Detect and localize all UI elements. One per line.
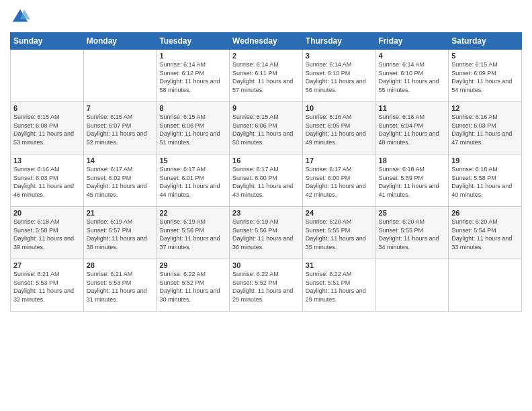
calendar-week-row: 13Sunrise: 6:16 AM Sunset: 6:03 PM Dayli… [11,154,522,207]
day-number: 12 [451,104,519,112]
day-number: 4 [379,52,446,60]
calendar-cell: 25Sunrise: 6:20 AM Sunset: 5:55 PM Dayli… [375,207,449,259]
day-number: 9 [232,104,300,112]
calendar-cell: 6Sunrise: 6:15 AM Sunset: 6:08 PM Daylig… [11,102,84,154]
day-number: 17 [306,156,373,165]
day-number: 8 [159,104,226,112]
calendar-cell: 31Sunrise: 6:22 AM Sunset: 5:51 PM Dayli… [302,259,375,312]
header [10,7,522,27]
day-number: 26 [451,209,519,217]
calendar-cell: 16Sunrise: 6:17 AM Sunset: 6:00 PM Dayli… [230,154,303,207]
day-info: Sunrise: 6:14 AM Sunset: 6:11 PM Dayligh… [232,60,300,94]
day-info: Sunrise: 6:16 AM Sunset: 6:04 PM Dayligh… [379,113,446,146]
day-info: Sunrise: 6:14 AM Sunset: 6:10 PM Dayligh… [306,60,373,94]
day-info: Sunrise: 6:18 AM Sunset: 5:58 PM Dayligh… [451,165,519,199]
calendar-cell: 15Sunrise: 6:17 AM Sunset: 6:01 PM Dayli… [157,154,230,207]
day-number: 27 [13,261,81,269]
calendar-week-row: 27Sunrise: 6:21 AM Sunset: 5:53 PM Dayli… [11,259,522,312]
calendar-cell [83,50,157,102]
day-number: 16 [232,156,300,165]
day-info: Sunrise: 6:15 AM Sunset: 6:09 PM Dayligh… [451,60,519,94]
day-number: 21 [87,209,154,217]
day-number: 24 [306,209,373,217]
day-info: Sunrise: 6:19 AM Sunset: 5:56 PM Dayligh… [232,218,300,251]
day-info: Sunrise: 6:22 AM Sunset: 5:51 PM Dayligh… [306,270,373,304]
calendar-cell: 21Sunrise: 6:19 AM Sunset: 5:57 PM Dayli… [83,207,157,259]
calendar-cell: 1Sunrise: 6:14 AM Sunset: 6:12 PM Daylig… [157,50,230,102]
day-number: 11 [379,104,446,112]
day-info: Sunrise: 6:20 AM Sunset: 5:55 PM Dayligh… [379,218,446,251]
calendar-cell: 22Sunrise: 6:19 AM Sunset: 5:56 PM Dayli… [157,207,230,259]
day-info: Sunrise: 6:17 AM Sunset: 6:00 PM Dayligh… [232,165,300,199]
calendar-cell [11,50,84,102]
day-info: Sunrise: 6:16 AM Sunset: 6:03 PM Dayligh… [13,165,81,199]
calendar-cell: 3Sunrise: 6:14 AM Sunset: 6:10 PM Daylig… [302,50,375,102]
day-info: Sunrise: 6:16 AM Sunset: 6:05 PM Dayligh… [306,113,373,146]
day-number: 20 [13,209,81,217]
calendar-cell: 30Sunrise: 6:22 AM Sunset: 5:52 PM Dayli… [230,259,303,312]
day-number: 22 [159,209,226,217]
calendar-cell: 7Sunrise: 6:15 AM Sunset: 6:07 PM Daylig… [83,102,157,154]
calendar-cell: 4Sunrise: 6:14 AM Sunset: 6:10 PM Daylig… [375,50,449,102]
day-info: Sunrise: 6:20 AM Sunset: 5:55 PM Dayligh… [306,218,373,251]
day-number: 19 [451,156,519,165]
day-info: Sunrise: 6:22 AM Sunset: 5:52 PM Dayligh… [232,270,300,304]
calendar-cell: 28Sunrise: 6:21 AM Sunset: 5:53 PM Dayli… [83,259,157,312]
day-info: Sunrise: 6:17 AM Sunset: 6:02 PM Dayligh… [87,165,154,199]
weekday-header: Wednesday [230,33,303,50]
day-info: Sunrise: 6:18 AM Sunset: 5:59 PM Dayligh… [379,165,446,199]
day-info: Sunrise: 6:16 AM Sunset: 6:03 PM Dayligh… [451,113,519,146]
day-number: 23 [232,209,300,217]
calendar-cell [449,259,522,312]
calendar-table: SundayMondayTuesdayWednesdayThursdayFrid… [10,32,522,312]
calendar-cell: 13Sunrise: 6:16 AM Sunset: 6:03 PM Dayli… [11,154,84,207]
logo-icon [10,7,30,27]
day-number: 18 [379,156,446,165]
calendar-cell: 9Sunrise: 6:15 AM Sunset: 6:06 PM Daylig… [230,102,303,154]
page: SundayMondayTuesdayWednesdayThursdayFrid… [0,0,532,411]
calendar-cell: 24Sunrise: 6:20 AM Sunset: 5:55 PM Dayli… [302,207,375,259]
calendar-cell: 18Sunrise: 6:18 AM Sunset: 5:59 PM Dayli… [375,154,449,207]
calendar-cell: 19Sunrise: 6:18 AM Sunset: 5:58 PM Dayli… [449,154,522,207]
day-info: Sunrise: 6:15 AM Sunset: 6:06 PM Dayligh… [159,113,226,146]
weekday-header: Friday [375,33,449,50]
day-info: Sunrise: 6:14 AM Sunset: 6:10 PM Dayligh… [379,60,446,94]
day-number: 14 [87,156,154,165]
calendar-cell: 17Sunrise: 6:17 AM Sunset: 6:00 PM Dayli… [302,154,375,207]
calendar-cell: 20Sunrise: 6:18 AM Sunset: 5:58 PM Dayli… [11,207,84,259]
calendar-cell: 11Sunrise: 6:16 AM Sunset: 6:04 PM Dayli… [375,102,449,154]
calendar-cell: 8Sunrise: 6:15 AM Sunset: 6:06 PM Daylig… [157,102,230,154]
calendar-cell: 10Sunrise: 6:16 AM Sunset: 6:05 PM Dayli… [302,102,375,154]
day-number: 28 [87,261,154,269]
day-info: Sunrise: 6:18 AM Sunset: 5:58 PM Dayligh… [13,218,81,251]
calendar-cell: 27Sunrise: 6:21 AM Sunset: 5:53 PM Dayli… [11,259,84,312]
calendar-week-row: 20Sunrise: 6:18 AM Sunset: 5:58 PM Dayli… [11,207,522,259]
weekday-header: Thursday [302,33,375,50]
day-info: Sunrise: 6:15 AM Sunset: 6:06 PM Dayligh… [232,113,300,146]
day-info: Sunrise: 6:19 AM Sunset: 5:56 PM Dayligh… [159,218,226,251]
day-number: 29 [159,261,226,269]
calendar-body: 1Sunrise: 6:14 AM Sunset: 6:12 PM Daylig… [11,50,522,312]
day-info: Sunrise: 6:21 AM Sunset: 5:53 PM Dayligh… [13,270,81,304]
day-number: 31 [306,261,373,269]
logo [10,7,33,27]
calendar-cell: 2Sunrise: 6:14 AM Sunset: 6:11 PM Daylig… [230,50,303,102]
day-number: 13 [13,156,81,165]
weekday-header: Saturday [449,33,522,50]
calendar-week-row: 6Sunrise: 6:15 AM Sunset: 6:08 PM Daylig… [11,102,522,154]
day-info: Sunrise: 6:15 AM Sunset: 6:07 PM Dayligh… [87,113,154,146]
day-info: Sunrise: 6:17 AM Sunset: 6:01 PM Dayligh… [159,165,226,199]
day-number: 25 [379,209,446,217]
day-number: 1 [159,52,226,60]
weekday-header: Tuesday [157,33,230,50]
day-number: 6 [13,104,81,112]
calendar-week-row: 1Sunrise: 6:14 AM Sunset: 6:12 PM Daylig… [11,50,522,102]
weekday-header: Monday [83,33,157,50]
day-info: Sunrise: 6:14 AM Sunset: 6:12 PM Dayligh… [159,60,226,94]
calendar-cell: 23Sunrise: 6:19 AM Sunset: 5:56 PM Dayli… [230,207,303,259]
weekday-header: Sunday [11,33,84,50]
day-info: Sunrise: 6:15 AM Sunset: 6:08 PM Dayligh… [13,113,81,146]
day-number: 15 [159,156,226,165]
calendar-cell: 12Sunrise: 6:16 AM Sunset: 6:03 PM Dayli… [449,102,522,154]
calendar-cell: 5Sunrise: 6:15 AM Sunset: 6:09 PM Daylig… [449,50,522,102]
